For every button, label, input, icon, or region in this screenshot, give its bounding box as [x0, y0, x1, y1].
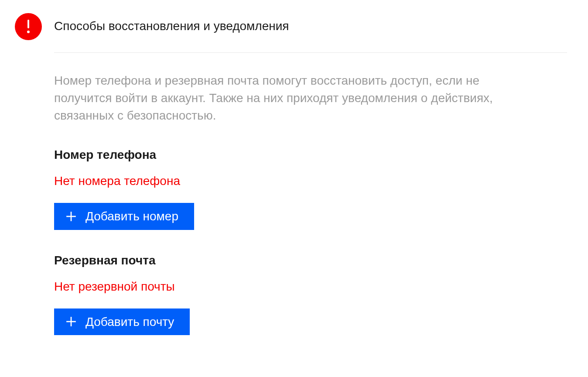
phone-status: Нет номера телефона — [54, 174, 567, 188]
alert-icon — [15, 13, 42, 40]
add-email-button[interactable]: Добавить почту — [54, 308, 190, 336]
section-content: Способы восстановления и уведомления Ном… — [54, 13, 582, 335]
add-phone-button-label: Добавить номер — [85, 209, 178, 224]
recovery-section: Способы восстановления и уведомления Ном… — [15, 13, 588, 335]
email-block: Резервная почта Нет резервной почты Доба… — [54, 254, 567, 336]
email-heading: Резервная почта — [54, 254, 567, 267]
svg-point-1 — [27, 31, 30, 33]
phone-block: Номер телефона Нет номера телефона Добав… — [54, 148, 567, 230]
email-status: Нет резервной почты — [54, 280, 567, 294]
plus-icon — [65, 316, 77, 327]
section-title: Способы восстановления и уведомления — [54, 13, 567, 53]
svg-rect-0 — [27, 20, 29, 28]
phone-heading: Номер телефона — [54, 148, 567, 162]
add-phone-button[interactable]: Добавить номер — [54, 203, 194, 230]
section-description: Номер телефона и резервная почта помогут… — [54, 72, 534, 124]
add-email-button-label: Добавить почту — [85, 315, 174, 329]
plus-icon — [65, 211, 77, 222]
